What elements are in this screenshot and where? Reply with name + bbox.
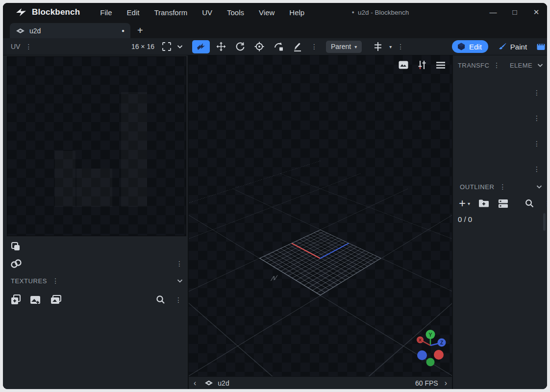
texture-resolution[interactable]: 16 × 16: [131, 43, 154, 50]
outliner-header: OUTLINER ⋮: [460, 183, 543, 191]
import-texture-icon[interactable]: [29, 294, 42, 305]
element-tab-label: ELEME: [510, 62, 532, 69]
uv-tools-menu-icon[interactable]: ⋮: [174, 260, 185, 268]
viewport-sliders-icon[interactable]: [417, 60, 427, 70]
menu-file[interactable]: File: [93, 5, 119, 20]
copy-uv-icon[interactable]: [10, 241, 22, 252]
add-element-dropdown-icon: ▾: [468, 201, 470, 206]
uv-ghost-shape: [76, 169, 112, 207]
rotate-tool-button[interactable]: [232, 40, 248, 53]
cube-icon: [457, 42, 466, 51]
outliner-count: 0 / 0: [458, 215, 472, 223]
texture-folder-icon[interactable]: [50, 294, 63, 306]
textures-toolbar: ⋮: [10, 294, 184, 306]
mode-paint-label: Paint: [510, 43, 527, 51]
toolbar-menu-icon[interactable]: ⋮: [395, 43, 406, 50]
tab-transform[interactable]: TRANSFC ⋮: [458, 61, 502, 69]
textures-collapse-icon[interactable]: [176, 277, 184, 285]
fps-counter: 60 FPS: [415, 379, 438, 387]
viewport-scene[interactable]: N Y X Z: [189, 55, 452, 376]
section-menu-icon[interactable]: ⋮: [531, 165, 542, 173]
tool-group: ⋮ Parent ▾ ▾ ⋮: [189, 40, 452, 53]
menu-transform[interactable]: Transform: [147, 5, 195, 20]
minimize-button[interactable]: —: [482, 3, 504, 22]
viewport-menu-icon[interactable]: [435, 61, 446, 70]
move-tool-button[interactable]: [192, 40, 210, 53]
close-button[interactable]: ✕: [525, 3, 547, 22]
section-menu-icon[interactable]: ⋮: [531, 114, 542, 122]
main-toolbar: UV ⋮ 16 × 16: [3, 38, 547, 55]
search-outliner-icon[interactable]: [525, 198, 534, 208]
window-title-text: u2d - Blockbench: [358, 9, 409, 16]
app-window: Blockbench File Edit Transform UV Tools …: [3, 3, 547, 389]
project-tab-label: u2d: [29, 27, 117, 35]
link-uv-icon[interactable]: [10, 258, 23, 269]
menu-uv[interactable]: UV: [195, 5, 220, 20]
menu-view[interactable]: View: [251, 5, 282, 20]
search-textures-icon[interactable]: [155, 294, 166, 305]
add-group-button[interactable]: [478, 198, 490, 208]
viewport-controls: [398, 60, 446, 70]
viewport-statusbar: ‹ u2d 60 FPS ›: [189, 376, 452, 389]
prev-preview-icon[interactable]: ‹: [194, 379, 196, 387]
textures-toolbar-menu-icon[interactable]: ⋮: [173, 296, 184, 304]
add-element-button[interactable]: + ▾: [459, 197, 470, 209]
axis-x-line: [291, 243, 321, 259]
menu-edit[interactable]: Edit: [120, 5, 147, 20]
transform-pivot-icon[interactable]: [370, 40, 386, 53]
uv-editor-canvas[interactable]: [7, 56, 186, 236]
resize-tool-button[interactable]: [213, 40, 229, 53]
outliner-scrollbar[interactable]: [543, 213, 546, 231]
section-menu-icon[interactable]: ⋮: [531, 140, 542, 147]
new-tab-button[interactable]: +: [130, 25, 150, 38]
tool-options-menu-icon[interactable]: ⋮: [309, 43, 320, 50]
menu-bar: File Edit Transform UV Tools View Help: [93, 5, 312, 20]
uv-panel-header: UV ⋮ 16 × 16: [3, 41, 189, 52]
pivot-tool-button[interactable]: [251, 40, 267, 53]
mode-animate-button[interactable]: Animate: [536, 42, 547, 51]
mode-edit-button[interactable]: Edit: [452, 40, 488, 53]
view-orientation-gizmo[interactable]: Y X Z: [414, 328, 450, 369]
textures-header: TEXTURES ⋮: [11, 277, 184, 285]
next-preview-icon[interactable]: ›: [445, 379, 447, 387]
outliner-title: OUTLINER: [460, 183, 495, 191]
axis-z-line: [320, 243, 349, 259]
transform-menu-icon[interactable]: ⋮: [491, 61, 502, 69]
maximize-button[interactable]: □: [504, 3, 525, 22]
background-image-icon[interactable]: [398, 60, 409, 70]
vertex-snap-tool-button[interactable]: [271, 40, 286, 53]
transform-space-dropdown[interactable]: Parent ▾: [326, 41, 362, 53]
uv-panel-menu-icon[interactable]: ⋮: [23, 43, 34, 50]
brush-tool-button[interactable]: [290, 40, 305, 53]
mode-paint-button[interactable]: Paint: [498, 42, 527, 51]
project-tab-u2d[interactable]: u2d ●: [10, 23, 130, 38]
uv-ghost-shape: [55, 151, 75, 207]
frame-view-icon[interactable]: [161, 41, 172, 52]
create-texture-icon[interactable]: [10, 294, 22, 306]
transform-dropdown-arrow-icon[interactable]: ▾: [389, 44, 392, 49]
right-sidebar: TRANSFC ⋮ ELEME ⋮ ⋮ ⋮ ⋮: [452, 55, 547, 389]
outliner-collapse-icon[interactable]: [535, 183, 543, 191]
project-tab-bar: u2d ● +: [3, 22, 547, 38]
plane-model-icon: [16, 28, 25, 34]
menu-tools[interactable]: Tools: [220, 5, 251, 20]
gizmo-z-label: Z: [440, 340, 443, 345]
mode-edit-label: Edit: [469, 43, 482, 51]
outliner-toolbar-menu-icon[interactable]: ⋮: [542, 199, 547, 207]
content-area: ⋮ TEXTURES ⋮: [3, 55, 547, 389]
section-menu-icon[interactable]: ⋮: [531, 89, 542, 97]
uv-ghost-shape: [121, 92, 147, 207]
film-icon: [536, 42, 546, 51]
mode-switcher: Edit Paint: [452, 40, 547, 53]
outliner-toolbar: + ▾: [459, 197, 542, 209]
window-title: ● u2d - Blockbench: [302, 9, 459, 16]
outliner-menu-icon[interactable]: ⋮: [498, 183, 508, 191]
transform-tab-label: TRANSFC: [458, 62, 489, 69]
textures-menu-icon[interactable]: ⋮: [50, 277, 61, 285]
sidebar-tabs: TRANSFC ⋮ ELEME: [458, 61, 544, 69]
toggle-hierarchy-button[interactable]: [498, 198, 509, 209]
chevron-down-icon[interactable]: [176, 43, 184, 50]
statusbar-plane-icon: [204, 380, 213, 386]
tab-element[interactable]: ELEME: [510, 62, 532, 69]
sidebar-collapse-icon[interactable]: [536, 61, 544, 69]
